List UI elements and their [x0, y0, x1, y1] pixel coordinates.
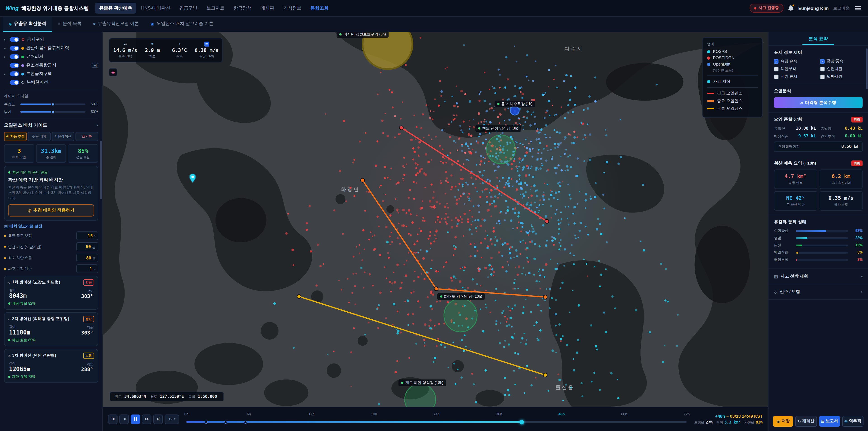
- layer-toggle[interactable]: [10, 63, 19, 68]
- layer-toggle[interactable]: [10, 45, 19, 51]
- expand-icon[interactable]: ▸: [4, 38, 8, 41]
- opacity-slider[interactable]: [20, 103, 86, 105]
- map-canvas[interactable]: 여수시화양면돌산읍 여자만 갯벌보호구역 (6h)웅포 해수욕장 (1h)백도 …: [103, 32, 768, 407]
- fence-vertex-handle[interactable]: [543, 373, 547, 377]
- layer-toggle[interactable]: [10, 54, 19, 59]
- tab-1[interactable]: ≡분석 목록: [52, 17, 87, 32]
- setting-input[interactable]: 15°: [76, 232, 98, 240]
- fence-mode-0[interactable]: AI 자동 추천: [4, 132, 27, 141]
- expand-icon[interactable]: ▸: [4, 72, 8, 76]
- display-check[interactable]: ✓유향/유속: [774, 59, 816, 64]
- sample-tool-button[interactable]: ◉: [109, 68, 117, 76]
- collapsed-section-1[interactable]: ◇선주 / 보험▸: [769, 284, 868, 300]
- step-back-button[interactable]: ◀: [119, 414, 129, 424]
- nav-item-2[interactable]: 긴급구난: [175, 3, 202, 13]
- layer-toggle[interactable]: [10, 80, 19, 85]
- setting-input[interactable]: 80%: [76, 254, 98, 262]
- layer-toggle[interactable]: [10, 37, 19, 42]
- sidebar-scrollbar[interactable]: [100, 141, 102, 199]
- slider-thumb[interactable]: [51, 110, 55, 114]
- tick-36h[interactable]: 36h: [496, 412, 502, 416]
- fence-vertex-handle[interactable]: [434, 287, 438, 291]
- report-button[interactable]: ▤보고서: [819, 415, 840, 427]
- menu-button[interactable]: [854, 5, 863, 12]
- setting-input[interactable]: 1×: [76, 265, 98, 273]
- tab-3[interactable]: ◉오일펜스 배치 알고리즘 이론: [145, 17, 219, 32]
- nav-item-3[interactable]: 보고자료: [202, 3, 228, 13]
- expand-icon[interactable]: ▸: [4, 46, 8, 50]
- tick-24h[interactable]: 24h: [434, 412, 440, 416]
- defense-line-card[interactable]: ○1차 방어선 (고강도 차단형)긴급길이8043m각도303°차단 효율 92…: [4, 276, 98, 310]
- skip-end-button[interactable]: ▶|: [153, 414, 163, 424]
- nav-item-4[interactable]: 항공탐색: [229, 3, 256, 13]
- efficiency-label: 차단 효율 92%: [12, 301, 35, 306]
- tick-48h[interactable]: 48h: [559, 412, 565, 416]
- timeline-thumb[interactable]: [520, 420, 524, 424]
- logout-button[interactable]: 로그아웃: [833, 5, 849, 11]
- poi-marker[interactable]: 웅포 해수욕장 (1h): [494, 100, 535, 107]
- display-check[interactable]: 인접자원: [820, 66, 863, 72]
- tab-0[interactable]: ◈유출유 확산분석: [3, 17, 52, 32]
- speed-select[interactable]: 1×▾: [164, 414, 179, 424]
- oil-fence-line[interactable]: [299, 297, 545, 375]
- fence-vertex-handle[interactable]: [545, 219, 549, 223]
- display-check[interactable]: 날짜시간: [820, 74, 863, 80]
- nav-item-0[interactable]: 유출유 확산예측: [95, 3, 136, 13]
- panel-title[interactable]: 분석 요약: [802, 32, 834, 45]
- tick-60h[interactable]: 60h: [621, 412, 627, 416]
- collapsed-section-0[interactable]: ▦사고 선박 제원▸: [769, 269, 868, 284]
- fence-vertex-handle[interactable]: [543, 295, 547, 299]
- tab-2[interactable]: ≈유출유확산모델 이론: [88, 17, 145, 32]
- poi-marker[interactable]: 개도 해안 양식장 (18h): [399, 379, 446, 386]
- fence-mode-3[interactable]: 초기화: [76, 132, 98, 141]
- timeline-event-marker[interactable]: [224, 420, 227, 424]
- skip-start-button[interactable]: |◀: [108, 414, 118, 424]
- defense-line-card[interactable]: ○3차 방어선 (연안 경량형)보통길이12065m각도288°차단 효율 78…: [4, 349, 98, 383]
- incident-status-badge[interactable]: 사고 진행중: [749, 4, 783, 13]
- tick-6h[interactable]: 6h: [247, 412, 251, 416]
- timeline-track[interactable]: [186, 421, 687, 423]
- layer-toggle[interactable]: [10, 71, 19, 76]
- setting-input[interactable]: 60분: [76, 242, 98, 251]
- panel-scrollbar[interactable]: [866, 49, 868, 89]
- fence-vertex-handle[interactable]: [361, 178, 365, 182]
- save-button[interactable]: ▣저장: [773, 415, 793, 427]
- checkbox-icon: ✓: [774, 59, 778, 64]
- display-check[interactable]: 시간 표시: [774, 74, 816, 80]
- nav-item-6[interactable]: 기상정보: [279, 3, 305, 13]
- user-name[interactable]: Eunjeong Kim: [798, 6, 829, 11]
- fence-mode-1[interactable]: 수동 배치: [28, 132, 51, 141]
- tick-12h[interactable]: 12h: [308, 412, 314, 416]
- tick-0h[interactable]: 0h: [184, 412, 188, 416]
- tick-18h[interactable]: 18h: [371, 412, 377, 416]
- layer-settings-button[interactable]: ▣: [92, 63, 98, 68]
- polygon-analysis-button[interactable]: ▱ 다각형 분석수행: [774, 97, 863, 108]
- timeline-event-marker[interactable]: [244, 420, 247, 424]
- fence-vertex-handle[interactable]: [399, 126, 403, 130]
- display-check[interactable]: 해안부착: [774, 66, 816, 72]
- fast-forward-button[interactable]: ▶▶: [142, 414, 151, 424]
- fence-guide-header[interactable]: 오일펜스 배치 가이드 ▾: [4, 118, 98, 131]
- poi-marker[interactable]: 여자만 갯벌보호구역 (6h): [337, 32, 389, 38]
- nav-item-1[interactable]: HNS·대기확산: [137, 3, 174, 13]
- slider-thumb[interactable]: [51, 102, 55, 106]
- notifications-button[interactable]: [788, 5, 794, 11]
- plain-button[interactable]: ↻재계산: [796, 415, 817, 427]
- timeline-event-marker[interactable]: [205, 420, 208, 424]
- brightness-slider[interactable]: [20, 111, 86, 113]
- expand-icon[interactable]: ▸: [4, 55, 8, 59]
- timeline-bar: |◀◀▶▶▶|1×▾ 0h6h12h18h24h36h48h60h72h +48…: [103, 407, 768, 431]
- poi-marker[interactable]: 화태도 김 양식장 (10h): [437, 293, 485, 300]
- display-check[interactable]: ✓풍향/풍속: [820, 59, 863, 64]
- nav-item-7[interactable]: 통합조회: [306, 3, 333, 13]
- nav-item-5[interactable]: 게시판: [256, 3, 278, 13]
- tick-72h[interactable]: 72h: [684, 412, 690, 416]
- pause-button[interactable]: [131, 414, 140, 424]
- apply-plan-button[interactable]: ◎ 추천 배치안 적용하기: [8, 204, 94, 217]
- fence-mode-2[interactable]: 시뮬레이션: [52, 132, 74, 141]
- defense-line-card[interactable]: ○2차 방어선 (외해용 중형 포위망)중요길이11180m각도303°차단 효…: [4, 312, 98, 346]
- location-pin-icon[interactable]: [189, 173, 196, 184]
- fence-vertex-handle[interactable]: [297, 295, 301, 299]
- track-button[interactable]: ◎역추적: [842, 415, 864, 427]
- poi-marker[interactable]: 백도 진성 양식장 (3h): [475, 125, 521, 132]
